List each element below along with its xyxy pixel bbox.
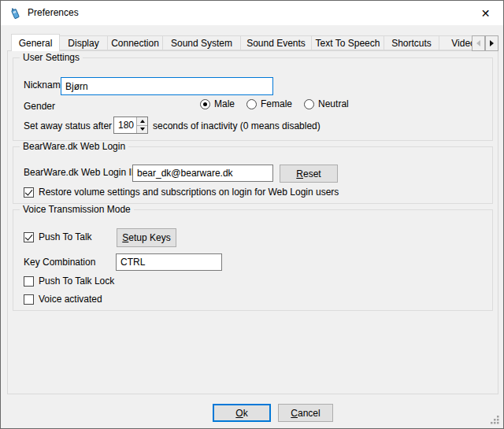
push-to-talk-lock-checkbox-row[interactable]: Push To Talk Lock — [24, 276, 114, 287]
close-icon: ✕ — [481, 7, 491, 20]
restore-volume-label: Restore volume settings and subscription… — [39, 187, 339, 198]
push-to-talk-lock-label: Push To Talk Lock — [39, 276, 114, 287]
gender-radio-group: MaleFemaleNeutral — [200, 98, 349, 109]
window-title: Preferences — [28, 1, 79, 25]
tab-scroll-right-button[interactable] — [485, 35, 498, 51]
group-user-settings-title: User Settings — [20, 52, 83, 63]
push-to-talk-checkbox — [24, 232, 34, 242]
radio-icon — [246, 99, 257, 109]
spinner-up-icon — [140, 120, 145, 123]
gender-option-label: Neutral — [318, 98, 349, 109]
nickname-input[interactable] — [61, 77, 273, 95]
group-voice-transmission: Voice Transmission Mode Push To Talk Set… — [13, 209, 493, 311]
gender-option-female[interactable]: Female — [246, 98, 292, 109]
tab-scroll-left-button[interactable] — [472, 35, 485, 51]
spinner-down-icon — [140, 128, 145, 131]
reset-button[interactable]: Reset — [280, 165, 338, 183]
cancel-button[interactable]: Cancel — [278, 404, 333, 422]
gender-option-male[interactable]: Male — [200, 98, 235, 109]
gender-option-label: Female — [261, 98, 292, 109]
voice-activated-checkbox — [24, 294, 34, 305]
away-seconds-value[interactable]: 180 — [114, 117, 136, 133]
preferences-dialog: Preferences ✕ GeneralDisplayConnectionSo… — [0, 0, 504, 429]
group-web-login-title: BearWare.dk Web Login — [20, 141, 128, 152]
away-status-label: Set away status after — [24, 120, 112, 132]
spinner-up-button[interactable] — [137, 117, 147, 125]
chevron-left-icon — [476, 40, 480, 46]
chevron-right-icon — [490, 40, 494, 46]
push-to-talk-label: Push To Talk — [39, 231, 92, 242]
tab-connection[interactable]: Connection — [108, 35, 163, 50]
tab-display[interactable]: Display — [60, 35, 108, 50]
push-to-talk-checkbox-row[interactable]: Push To Talk — [24, 231, 92, 242]
tab-sound-system[interactable]: Sound System — [163, 35, 241, 50]
tab-shortcuts[interactable]: Shortcuts — [384, 35, 439, 50]
nickname-label: Nickname — [24, 80, 65, 91]
tab-sound-events[interactable]: Sound Events — [241, 35, 312, 50]
titlebar[interactable]: Preferences ✕ — [1, 1, 503, 25]
group-voice-transmission-title: Voice Transmission Mode — [20, 204, 134, 215]
push-to-talk-lock-checkbox — [24, 276, 34, 287]
group-user-settings: User Settings Nickname Gender MaleFemale… — [13, 57, 493, 141]
teamtalk-app-icon — [9, 7, 21, 20]
radio-icon — [200, 99, 210, 109]
web-login-id-input[interactable] — [132, 165, 273, 182]
group-web-login: BearWare.dk Web Login BearWare.dk Web Lo… — [13, 146, 493, 204]
away-seconds-spinner[interactable]: 180 — [113, 116, 148, 134]
ok-button[interactable]: Ok — [213, 404, 271, 422]
resize-grip[interactable] — [490, 415, 500, 425]
spinner-buttons — [136, 117, 147, 133]
tab-text-to-speech[interactable]: Text To Speech — [312, 35, 384, 50]
key-combination-input[interactable] — [116, 253, 222, 271]
web-login-id-label: BearWare.dk Web Login ID — [24, 167, 138, 179]
tab-bar: GeneralDisplayConnectionSound SystemSoun… — [11, 34, 472, 51]
gender-option-neutral[interactable]: Neutral — [304, 98, 349, 109]
radio-icon — [304, 99, 314, 109]
restore-volume-checkbox-row[interactable]: Restore volume settings and subscription… — [24, 187, 339, 198]
voice-activated-label: Voice activated — [39, 294, 102, 305]
spinner-down-button[interactable] — [137, 125, 147, 134]
restore-volume-checkbox — [24, 187, 34, 198]
close-button[interactable]: ✕ — [468, 1, 503, 25]
tab-video[interactable]: Video — [439, 35, 472, 50]
gender-label: Gender — [24, 101, 55, 113]
voice-activated-checkbox-row[interactable]: Voice activated — [24, 294, 102, 305]
tab-general[interactable]: General — [11, 34, 60, 51]
away-status-suffix-label: seconds of inactivity (0 means disabled) — [153, 120, 321, 132]
gender-option-label: Male — [214, 98, 235, 109]
setup-keys-button[interactable]: Setup Keys — [117, 228, 176, 247]
key-combination-label: Key Combination — [24, 257, 95, 268]
